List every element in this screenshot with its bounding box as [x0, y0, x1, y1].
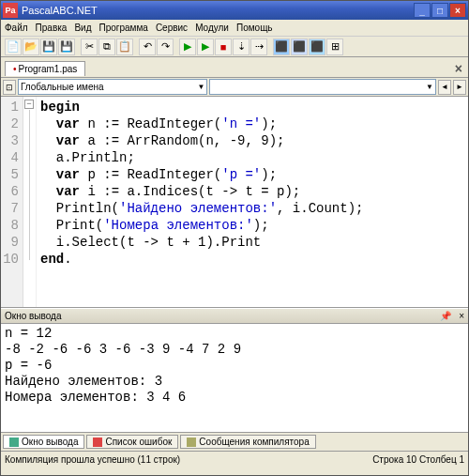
- open-file-icon[interactable]: 📂: [23, 38, 39, 55]
- scope-label: Глобальные имена: [21, 82, 104, 92]
- errors-tab-icon: [93, 438, 102, 447]
- menu-program[interactable]: Программа: [98, 23, 147, 33]
- tab-label: Сообщения компилятора: [199, 437, 309, 447]
- navigation-bar: ⊡ Глобальные имена▼ ▼ ◄ ►: [1, 78, 468, 97]
- maximize-button[interactable]: □: [431, 3, 448, 18]
- menu-bar: Файл Правка Вид Программа Сервис Модули …: [1, 20, 468, 37]
- toolbar: 📄 📂 💾 💾 ✂ ⧉ 📋 ↶ ↷ ▶ ▶ ■ ⇣ ⇢ ⬛ ⬛ ⬛ ⊞: [1, 37, 468, 57]
- tab-program1[interactable]: •Program1.pas: [5, 61, 85, 76]
- title-bar: Pa PascalABC.NET _ □ ×: [1, 1, 468, 20]
- nav-right-icon[interactable]: ►: [453, 80, 466, 95]
- close-tab-icon[interactable]: ×: [455, 61, 462, 76]
- menu-help[interactable]: Помощь: [236, 23, 273, 33]
- menu-edit[interactable]: Правка: [36, 23, 68, 33]
- tab-label: Список ошибок: [105, 437, 172, 447]
- new-file-icon[interactable]: 📄: [5, 38, 22, 55]
- dirty-indicator: •: [13, 64, 17, 74]
- window-buttons: _ □ ×: [414, 3, 466, 18]
- menu-modules[interactable]: Модули: [195, 23, 229, 33]
- tab-errors[interactable]: Список ошибок: [86, 435, 178, 449]
- undo-icon[interactable]: ↶: [139, 38, 156, 55]
- line-gutter: 12345678910: [1, 97, 23, 307]
- save-icon[interactable]: 💾: [40, 38, 57, 55]
- output-panel-header: Окно вывода 📌 ×: [1, 308, 468, 324]
- window-title: PascalABC.NET: [22, 5, 414, 16]
- status-left: Компиляция прошла успешно (11 строк): [5, 454, 180, 465]
- chevron-down-icon: ▼: [197, 83, 204, 91]
- nav-prev-icon[interactable]: ⊡: [3, 80, 16, 95]
- status-right: Строка 10 Столбец 1: [372, 454, 464, 465]
- form-icon[interactable]: ⊞: [326, 38, 343, 55]
- menu-file[interactable]: Файл: [5, 23, 28, 33]
- copy-icon[interactable]: ⧉: [98, 38, 115, 55]
- step-over-icon[interactable]: ⇢: [250, 38, 267, 55]
- tool2-icon[interactable]: ⬛: [309, 38, 325, 55]
- cut-icon[interactable]: ✂: [81, 38, 98, 55]
- scope-combo[interactable]: Глобальные имена▼: [18, 79, 207, 95]
- output-tab-icon: [9, 438, 19, 447]
- close-button[interactable]: ×: [449, 3, 466, 18]
- minimize-button[interactable]: _: [414, 3, 431, 18]
- save-all-icon[interactable]: 💾: [58, 38, 75, 55]
- run-icon[interactable]: ▶: [179, 38, 196, 55]
- editor-tabs: •Program1.pas ×: [1, 57, 468, 78]
- menu-service[interactable]: Сервис: [156, 23, 188, 33]
- code-editor[interactable]: 12345678910 − begin var n := ReadInteger…: [1, 97, 468, 308]
- nav-left-icon[interactable]: ◄: [438, 80, 451, 95]
- pin-icon[interactable]: 📌: [440, 311, 451, 321]
- step-into-icon[interactable]: ⇣: [233, 38, 250, 55]
- chevron-down-icon: ▼: [426, 83, 433, 91]
- fold-toggle-icon[interactable]: −: [24, 100, 34, 109]
- redo-icon[interactable]: ↷: [157, 38, 174, 55]
- app-icon: Pa: [3, 3, 18, 18]
- tab-label: Окно вывода: [22, 437, 78, 447]
- menu-view[interactable]: Вид: [74, 23, 91, 33]
- output-panel-title: Окно вывода: [5, 311, 61, 321]
- fold-column: −: [23, 97, 37, 307]
- tab-label: Program1.pas: [19, 64, 78, 74]
- stop-icon[interactable]: ■: [215, 38, 232, 55]
- paste-icon[interactable]: 📋: [116, 38, 133, 55]
- code-area[interactable]: begin var n := ReadInteger('n ='); var a…: [37, 97, 468, 307]
- compile-icon[interactable]: ⬛: [273, 38, 290, 55]
- tab-compiler[interactable]: Сообщения компилятора: [180, 435, 315, 449]
- run-step-icon[interactable]: ▶: [197, 38, 214, 55]
- output-area[interactable]: n = 12 -8 -2 -6 -6 3 -6 -3 9 -4 7 2 9 p …: [1, 324, 468, 432]
- member-combo[interactable]: ▼: [209, 79, 436, 95]
- bottom-tabs: Окно вывода Список ошибок Сообщения комп…: [1, 432, 468, 451]
- tool-icon[interactable]: ⬛: [291, 38, 308, 55]
- compiler-tab-icon: [187, 438, 196, 447]
- tab-output[interactable]: Окно вывода: [3, 435, 84, 449]
- status-bar: Компиляция прошла успешно (11 строк) Стр…: [1, 451, 468, 468]
- panel-close-icon[interactable]: ×: [459, 311, 464, 321]
